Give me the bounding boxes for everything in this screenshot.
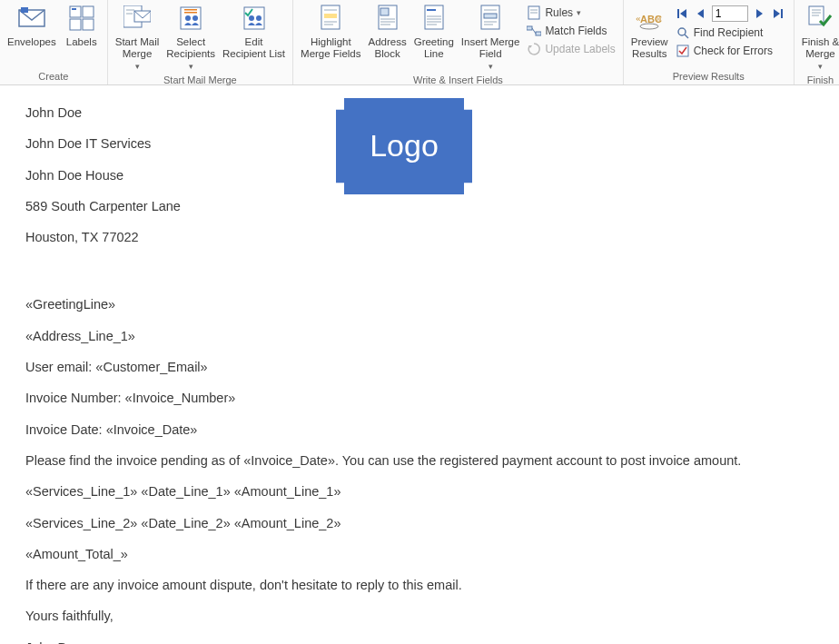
svg-point-12	[185, 15, 191, 21]
svg-point-56	[678, 28, 686, 35]
svg-rect-6	[72, 8, 76, 10]
start-mail-merge-label: Start Mail Merge	[115, 36, 160, 60]
svg-rect-4	[70, 19, 81, 30]
greeting-line-icon	[420, 4, 449, 33]
svg-marker-54	[774, 9, 780, 18]
preview-icon: «»ABC	[635, 4, 664, 33]
svg-rect-29	[425, 5, 443, 29]
services-line-1: «Services_Line_1» «Date_Line_1» «Amount_…	[25, 482, 814, 500]
group-write-insert: Highlight Merge Fields Address Block Gre…	[293, 0, 624, 84]
group-finish: Finish & Merge ▾ Finish	[795, 0, 839, 84]
svg-point-18	[256, 15, 262, 21]
rules-label: Rules	[545, 6, 573, 19]
greeting-line-label: Greeting Line	[414, 36, 454, 60]
body-paragraph-2: If there are any invoice amount dispute,…	[25, 576, 814, 594]
group-start-mail-merge: Start Mail Merge ▾ Select Recipients ▾ E…	[108, 0, 293, 84]
select-recipients-button[interactable]: Select Recipients ▾	[163, 2, 219, 73]
logo-text: Logo	[370, 124, 439, 168]
invoice-date-line: Invoice Date: «Invoice_Date»	[25, 421, 814, 439]
svg-rect-55	[781, 9, 783, 18]
edit-recipient-list-button[interactable]: Edit Recipient List	[219, 2, 289, 60]
mail-merge-icon	[123, 4, 152, 33]
recipients-icon	[176, 4, 205, 33]
greeting-line-button[interactable]: Greeting Line	[410, 2, 458, 60]
svg-line-57	[685, 35, 688, 38]
chevron-down-icon: ▾	[489, 61, 493, 73]
svg-rect-2	[70, 6, 81, 17]
check-for-errors-button[interactable]: Check for Errors	[674, 42, 788, 60]
preview-results-label: Preview Results	[631, 36, 668, 60]
svg-point-17	[249, 15, 254, 21]
update-labels-button: Update Labels	[525, 40, 617, 58]
svg-text:ABC: ABC	[640, 14, 662, 25]
edit-recipient-list-label: Edit Recipient List	[222, 36, 285, 60]
edit-list-icon	[240, 4, 269, 33]
labels-button[interactable]: Labels	[60, 2, 104, 48]
envelopes-label: Envelopes	[7, 36, 56, 48]
logo-shape: Logo	[336, 98, 472, 194]
insert-field-icon	[476, 4, 505, 33]
svg-rect-15	[184, 12, 197, 14]
svg-rect-1	[21, 7, 28, 13]
body-paragraph-1: Please find the invoice pending as of «I…	[25, 451, 814, 470]
labels-label: Labels	[66, 36, 97, 48]
address-block-label: Address Block	[369, 36, 407, 60]
svg-rect-5	[83, 19, 94, 30]
insert-merge-field-label: Insert Merge Field	[461, 36, 520, 60]
update-labels-label: Update Labels	[545, 43, 615, 55]
first-record-button[interactable]	[676, 6, 690, 21]
match-fields-button[interactable]: Match Fields	[525, 22, 617, 40]
labels-icon	[67, 4, 96, 33]
find-recipient-label: Find Recipient	[694, 26, 764, 39]
address-field: «Address_Line_1»	[25, 327, 814, 345]
preview-results-button[interactable]: «»ABC Preview Results	[627, 2, 672, 60]
rules-button[interactable]: Rules ▾	[525, 4, 617, 22]
sender-city: Houston, TX 77022	[25, 228, 814, 246]
document-body[interactable]: Logo John Doe John Doe IT Services John …	[0, 85, 839, 644]
svg-rect-14	[184, 9, 197, 11]
address-block-button[interactable]: Address Block	[365, 2, 410, 60]
mailings-ribbon: Envelopes Labels Create Start Mail Merge…	[0, 0, 839, 85]
finish-merge-button[interactable]: Finish & Merge ▾	[798, 2, 839, 73]
svg-rect-20	[324, 14, 337, 18]
address-block-icon	[373, 4, 402, 33]
chevron-down-icon: ▾	[189, 61, 193, 73]
svg-rect-44	[536, 32, 541, 35]
highlight-icon	[316, 4, 345, 33]
search-icon	[676, 25, 690, 40]
svg-rect-3	[83, 6, 94, 17]
group-preview-results: «»ABC Preview Results	[624, 0, 795, 84]
check-icon	[676, 44, 690, 58]
last-record-button[interactable]	[770, 6, 785, 21]
amount-total: «Amount_Total_»	[25, 545, 814, 563]
invoice-number-line: Invoice Number: «Invoice_Number»	[25, 389, 814, 407]
envelopes-button[interactable]: Envelopes	[4, 2, 60, 48]
chevron-down-icon: ▾	[818, 61, 823, 73]
finish-merge-label: Finish & Merge	[802, 36, 839, 60]
svg-rect-25	[380, 8, 389, 15]
svg-rect-50	[677, 9, 679, 18]
start-mail-merge-button[interactable]: Start Mail Merge ▾	[112, 2, 163, 73]
check-for-errors-label: Check for Errors	[694, 45, 773, 57]
find-recipient-button[interactable]: Find Recipient	[674, 24, 788, 42]
record-number-input[interactable]	[712, 5, 748, 22]
insert-merge-field-button[interactable]: Insert Merge Field ▾	[458, 2, 524, 73]
highlight-merge-fields-button[interactable]: Highlight Merge Fields	[297, 2, 364, 60]
highlight-label: Highlight Merge Fields	[301, 36, 360, 60]
next-record-button[interactable]	[752, 6, 766, 21]
chevron-down-icon: ▾	[577, 8, 581, 17]
svg-rect-36	[484, 14, 497, 18]
chevron-down-icon: ▾	[135, 61, 140, 73]
select-recipients-label: Select Recipients	[166, 36, 215, 60]
svg-marker-52	[697, 9, 704, 18]
match-fields-label: Match Fields	[545, 25, 607, 37]
group-create: Envelopes Labels Create	[0, 0, 108, 84]
sender-street: 589 South Carpenter Lane	[25, 197, 814, 215]
envelope-icon	[17, 4, 46, 33]
svg-marker-53	[756, 9, 763, 18]
svg-point-13	[192, 15, 198, 21]
svg-rect-43	[527, 26, 532, 30]
prev-record-button[interactable]	[694, 6, 708, 21]
rules-icon	[527, 5, 541, 20]
match-fields-icon	[527, 24, 541, 38]
